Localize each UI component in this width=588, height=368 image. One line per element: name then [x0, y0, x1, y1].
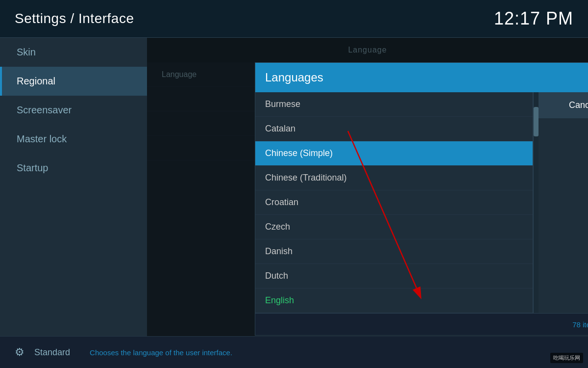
content-area: Language Language English Default Englis…	[147, 38, 588, 336]
sidebar-item-masterlock[interactable]: Master lock	[0, 125, 147, 154]
page-title: Settings / Interface	[15, 11, 134, 26]
sidebar-item-startup[interactable]: Startup	[0, 154, 147, 183]
dialog-scrollbar-thumb	[534, 107, 539, 136]
standard-label: Standard	[34, 347, 70, 358]
svg-line-1	[348, 131, 416, 288]
sidebar-item-skin[interactable]: Skin	[0, 38, 147, 67]
main-layout: Skin Regional Screensaver Master lock St…	[0, 38, 588, 336]
dialog-title: Languages	[265, 71, 323, 84]
gear-icon: ⚙	[15, 346, 24, 359]
watermark: 吃喝玩乐网	[550, 353, 583, 363]
dialog-item-count: 78 items - 2/9	[572, 320, 588, 329]
clock: 12:17 PM	[494, 8, 573, 29]
bottom-description: Chooses the language of the user interfa…	[90, 348, 232, 357]
sidebar-item-screensaver[interactable]: Screensaver	[0, 96, 147, 125]
dialog-footer: 78 items - 2/9	[255, 313, 588, 335]
bottom-bar: ⚙ Standard Chooses the language of the u…	[0, 336, 588, 368]
sidebar: Skin Regional Screensaver Master lock St…	[0, 38, 147, 336]
sidebar-item-regional[interactable]: Regional	[0, 67, 147, 96]
header: Settings / Interface 12:17 PM	[0, 0, 588, 38]
cancel-button[interactable]: Cancel	[539, 92, 588, 119]
dialog-sidebar: Cancel	[539, 92, 588, 313]
annotation-arrow	[220, 102, 441, 308]
dialog-header: Languages ✦	[255, 63, 588, 92]
dialog-scrollbar[interactable]	[534, 92, 539, 313]
